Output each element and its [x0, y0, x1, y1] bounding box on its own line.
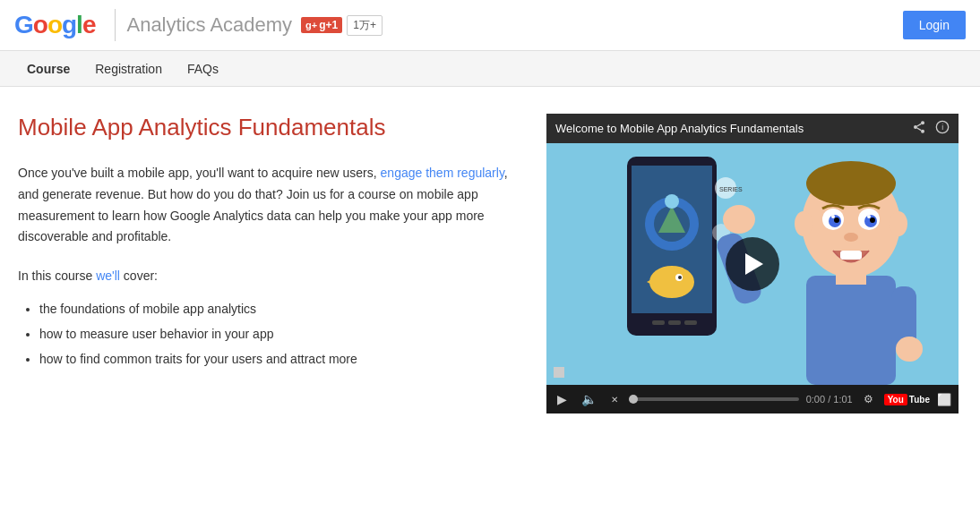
site-header: Google Analytics Academy g+g+1 1万+ Login: [0, 0, 980, 51]
svg-rect-38: [840, 251, 862, 260]
gplus-label: g+1: [319, 19, 338, 31]
progress-dot: [554, 367, 564, 378]
svg-line-3: [917, 128, 922, 131]
svg-point-13: [665, 194, 679, 209]
play-button[interactable]: [726, 237, 779, 291]
svg-point-39: [795, 211, 812, 236]
settings-icon[interactable]: ⚙: [860, 391, 877, 407]
svg-point-28: [806, 161, 896, 206]
course-intro: In this course we'll cover:: [18, 266, 520, 287]
fullscreen-button[interactable]: ⬜: [937, 393, 951, 406]
video-panel: Welcome to Mobile App Analytics Fundamen…: [546, 114, 959, 413]
gplus-icon: g+: [305, 20, 317, 30]
svg-point-35: [831, 215, 835, 218]
svg-point-0: [921, 121, 924, 124]
svg-text:SERIES: SERIES: [719, 186, 743, 192]
svg-rect-42: [836, 267, 866, 285]
svg-point-46: [896, 337, 923, 362]
bullet-list: the foundations of mobile app analytics …: [18, 296, 520, 371]
nav-registration[interactable]: Registration: [82, 53, 175, 85]
svg-point-40: [890, 211, 907, 236]
progress-scrubber[interactable]: [629, 395, 638, 404]
svg-rect-20: [652, 320, 665, 325]
svg-point-1: [914, 125, 917, 129]
navbar: Course Registration FAQs: [0, 51, 980, 87]
logo-g: G: [14, 11, 33, 39]
youtube-you: You: [884, 394, 907, 405]
youtube-logo: YouTube: [884, 394, 930, 405]
video-container: Welcome to Mobile App Analytics Fundamen…: [546, 114, 959, 413]
highlight-engage: engage them regularly: [381, 166, 504, 180]
logo-e: e: [82, 11, 96, 39]
play-pause-button[interactable]: ▶: [554, 390, 571, 408]
nav-faqs[interactable]: FAQs: [175, 53, 231, 85]
play-triangle-icon: [745, 253, 763, 275]
info-icon[interactable]: i: [935, 120, 950, 137]
svg-rect-22: [684, 320, 697, 325]
svg-point-45: [723, 205, 755, 234]
site-title: Analytics Academy: [126, 13, 292, 37]
svg-point-37: [844, 233, 858, 242]
logo-g2: g: [62, 11, 76, 39]
video-titlebar-icons: i: [912, 120, 950, 137]
svg-rect-21: [668, 320, 681, 325]
page-title: Mobile App Analytics Fundamentals: [18, 114, 520, 141]
video-titlebar: Welcome to Mobile App Analytics Fundamen…: [546, 114, 959, 143]
nav-course[interactable]: Course: [14, 53, 82, 85]
mute-x-icon[interactable]: ✕: [607, 393, 622, 406]
bullet-1: the foundations of mobile app analytics: [39, 296, 520, 321]
volume-button[interactable]: 🔈: [578, 390, 600, 408]
description: Once you've built a mobile app, you'll w…: [18, 163, 520, 248]
content-left: Mobile App Analytics Fundamentals Once y…: [18, 114, 520, 413]
youtube-tube: Tube: [909, 395, 930, 405]
video-controls: ▶ 🔈 ✕ 0:00 / 1:01 ⚙ YouTube: [546, 385, 959, 413]
svg-point-33: [834, 217, 839, 223]
main-content: Mobile App Analytics Fundamentals Once y…: [0, 87, 980, 431]
gplus-badge[interactable]: g+g+1: [301, 17, 342, 33]
highlight-we: we'll: [96, 269, 120, 283]
logo-o1: o: [33, 11, 47, 39]
logo-o2: o: [47, 11, 62, 39]
svg-point-2: [921, 130, 924, 133]
logo-l: l: [76, 11, 82, 39]
gplus-count: 1万+: [347, 15, 383, 36]
svg-line-4: [917, 124, 922, 126]
svg-rect-41: [806, 276, 896, 385]
bullet-3: how to find common traits for your users…: [39, 346, 520, 371]
google-logo: Google: [14, 11, 95, 39]
login-button[interactable]: Login: [903, 11, 966, 39]
time-display: 0:00 / 1:01: [806, 394, 853, 405]
bullet-2: how to measure user behavior in your app: [39, 321, 520, 346]
header-divider: [115, 9, 116, 41]
share-icon[interactable]: [912, 120, 926, 137]
svg-point-25: [678, 276, 682, 279]
svg-point-34: [870, 217, 875, 223]
svg-text:i: i: [941, 123, 943, 132]
video-thumbnail[interactable]: SERIES PLAY: [546, 143, 959, 385]
progress-bar[interactable]: [629, 397, 799, 401]
svg-point-36: [867, 215, 871, 218]
video-title: Welcome to Mobile App Analytics Fundamen…: [555, 122, 804, 135]
